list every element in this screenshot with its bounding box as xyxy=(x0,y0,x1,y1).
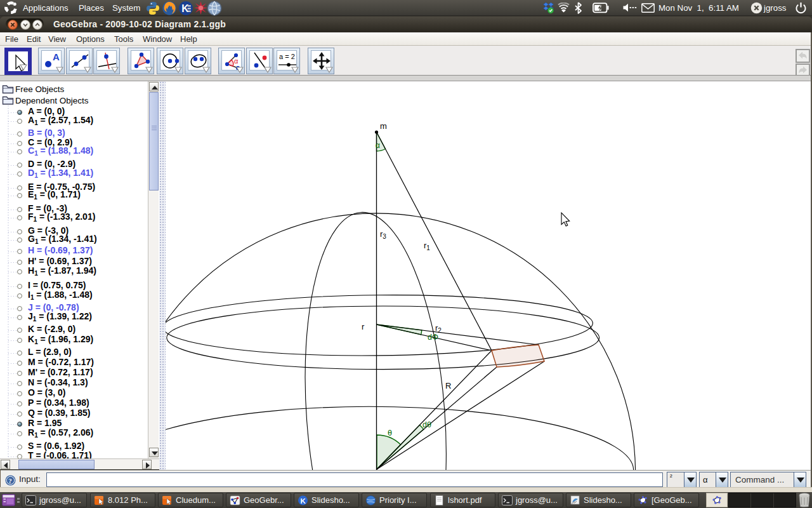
svg-text:dΦ: dΦ xyxy=(428,333,438,342)
svg-text:R: R xyxy=(445,381,451,391)
svg-text:A: A xyxy=(53,51,60,62)
svg-text:θ: θ xyxy=(388,429,392,438)
svg-text:dθ: dθ xyxy=(422,420,431,429)
svg-text:m: m xyxy=(380,121,387,131)
svg-text:r3: r3 xyxy=(380,229,386,240)
svg-text:α: α xyxy=(376,141,380,150)
svg-text:r: r xyxy=(362,322,365,331)
svg-text:r1: r1 xyxy=(424,241,430,251)
svg-text:a = 2: a = 2 xyxy=(279,53,295,60)
svg-text:K: K xyxy=(301,497,306,505)
svg-text:?: ? xyxy=(8,477,12,485)
svg-text:α: α xyxy=(234,57,239,65)
